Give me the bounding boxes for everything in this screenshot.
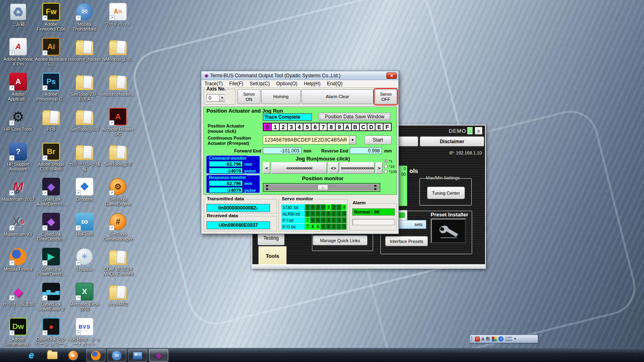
desktop-icon-resource-hacker-folder[interactable]: resource_hacker [68,37,101,72]
desktop-icon-pfb-folder[interactable]: PFB [35,107,68,142]
desktop-icon-photoshop[interactable]: PsAdobe Photoshop C... [35,72,68,107]
chevron-down-icon[interactable]: ▼ [219,95,225,101]
menu-help[interactable]: Help(H) [301,81,324,86]
desktop-icon-hp-cool-tools[interactable]: HP Cool Tools [2,107,35,142]
chevron-down-icon[interactable]: ▼ [514,337,517,341]
tuning-center-button[interactable]: Tuning Center [427,187,465,199]
jog-run-left-button[interactable]: <<<<<<<<<<<< [271,162,327,174]
hex-cell-7[interactable]: 7 [319,123,327,131]
demo-close-button[interactable]: x [475,127,482,134]
jog-run-right-button[interactable]: >>>>>>>>>>>>>>> [340,162,375,174]
jog-stop-button[interactable]: <> [328,162,339,174]
taskbar-explorer-button[interactable] [43,349,62,362]
hex-cell-5[interactable]: 5 [303,123,311,131]
menu-file[interactable]: File(F) [226,81,247,86]
hex-cell-2[interactable]: 2 [279,123,287,131]
desktop-icon-wordpad[interactable]: A≡ワードパッド [101,2,134,37]
hex-cell-A[interactable]: A [343,123,351,131]
tools-tab-button[interactable]: Tools [258,246,287,265]
desktop-icon-illustrator[interactable]: AiAdobe Illustrator C... [35,37,68,72]
desktop-icon-mastercam-x9[interactable]: X9Mastercam X9 [2,212,35,247]
desktop-icon-waveeditor[interactable]: ▄▆▃▅CyberLink WaveEditor 2 [35,282,68,317]
taskbar-ie-button[interactable]: e [22,349,41,362]
hex-cell-C[interactable]: C [359,123,367,131]
hex-cell-B[interactable]: B [351,123,359,131]
hex-cell-D[interactable]: D [367,123,375,131]
desktop-icon-lhaplus[interactable]: ✳Lhaplus [68,247,101,282]
drag-handle-icon[interactable] [471,336,473,341]
desktop-icon-gamemanager[interactable]: #SimTools GameManager [101,212,134,247]
desktop-icon-pctool452-folder[interactable]: pctool452 [101,282,134,317]
ime-language-bar[interactable]: A 般 ? CAPSKANA ▼ [470,335,538,343]
help-icon[interactable]: ? [498,336,504,341]
desktop-icon-powerdirector[interactable]: ▶CyberLink PowerDirect... [35,247,68,282]
desktop-icon-coloring-info-folder[interactable]: カラーリング情報 [68,142,101,177]
jog-step-left-button[interactable]: < [263,162,270,174]
desktop-icon-simtools-eula-folder[interactable]: SimTools 2.0 - EULA [68,72,101,107]
servo-off-button[interactable]: Servo OFF [375,89,397,104]
ime-conversion-mode[interactable]: 般 [486,336,490,342]
ime-input-mode[interactable]: A [481,337,484,341]
interface-presets-button[interactable]: Interface Presets [385,236,428,246]
hex-cell-F[interactable]: F [383,123,392,131]
disclaimer-button[interactable]: Disclaimer [420,136,484,146]
alarm-clear-button[interactable]: Alarm Clear [301,89,374,104]
hex-cell-0[interactable]: 0 [263,123,271,131]
desktop-icon-dropbox[interactable]: ❖Dropbox [68,177,101,212]
hex-cell-8[interactable]: 8 [327,123,335,131]
desktop-icon-firefox[interactable]: Mozilla Firefox [2,247,35,282]
jog-multiplier-x1-radio[interactable]: *1 [384,159,392,163]
desktop-icon-nmodbus-folder[interactable]: NModbus_1.9... [101,37,134,72]
desktop-icon-hp-support[interactable]: ?HP Support Assistant [2,142,35,177]
desktop-icon-recycle-bin[interactable]: ごみ箱 [2,2,35,37]
taskbar-thunderbird-button[interactable]: ✉ [107,349,126,362]
continuous-position-combo[interactable]: 123456789ABCDEF1E2D3C4B5AR ▼ [263,136,356,144]
servo-on-button[interactable]: Servo ON [237,89,260,104]
menu-setup[interactable]: SetUp(C) [246,81,273,86]
menu-trace[interactable]: Trace(T) [201,81,226,86]
window-close-button[interactable]: ✕ [386,72,397,79]
desktop-icon-screen-recorder[interactable]: ●CyberLink スクリーン レコー... [35,317,68,352]
desktop-icon-mastercam-2017[interactable]: M2017Mastercam 2017 [2,177,35,212]
desktop-icon-reader-dc[interactable]: AAcrobat Reader DC [101,107,134,142]
termibus-title-bar[interactable]: ◆ Termi-BUS Command Output Tool (Dyadic … [201,71,398,80]
hex-cell-3[interactable]: 3 [287,123,295,131]
hex-cell-4[interactable]: 4 [295,123,303,131]
hex-cell-6[interactable]: 6 [311,123,319,131]
desktop-icon-bridge[interactable]: BrAdobe Bridge CS6 (64bit) [35,142,68,177]
chevron-down-icon[interactable]: ▼ [349,136,356,144]
taskbar-termibus-button[interactable]: ◆ [149,349,168,362]
hex-cell-1[interactable]: 1 [271,123,279,131]
desktop-icon-simtools20-folder[interactable]: SimTools_2.0 [101,142,134,177]
jog-multiplier-x100-radio[interactable]: *100 [384,169,397,174]
desktop-icon-gameengine[interactable]: ⚙SimTools GameEngine [101,177,134,212]
axis-no-select[interactable]: 0 ▼ [206,94,225,102]
hex-cell-E[interactable]: E [375,123,383,131]
desktop-icon-acrobat-x[interactable]: AAdobe Acrobat X Pro [2,37,35,72]
desktop-icon-hidflash[interactable]: ∞HidFlash [68,212,101,247]
menu-end[interactable]: End(Q) [324,81,346,86]
desktop-icon-audiodirector[interactable]: ◆CyberLink AudioDirecto... [35,177,68,212]
ime-tools-icon[interactable] [492,337,497,341]
desktop-icon-simtools-v13-folder[interactable]: SimTools_v1.3 [68,107,101,142]
desktop-icon-cdm-folder[interactable]: CDM v2.12.24 WHQL Certified [101,247,134,282]
hex-cell-9[interactable]: 9 [335,123,343,131]
position-data-save-window-button[interactable]: Position Data Save Window [318,113,391,121]
desktop-icon-fireworks[interactable]: FwAdobe Fireworks CS6 [35,2,68,37]
jog-multiplier-x10-radio[interactable]: *10 [384,164,394,169]
homing-button[interactable]: Homing [261,89,301,104]
manage-quick-links-button[interactable]: Manage Quick Links [313,235,367,245]
start-button[interactable]: Start [364,136,392,144]
desktop-icon-resourcehacker-folder[interactable]: resourcehacke... [101,72,134,107]
taskbar-wmp-button[interactable]: ▶ [64,349,83,362]
desktop-icon-excel[interactable]: XMicrosoft Excel 2010 [68,282,101,317]
ime-brush-icon[interactable] [475,337,480,341]
desktop-icon-quickbms[interactable]: BVSquickbms - ショートカット [68,317,101,352]
desktop-icon-sekkei-club[interactable]: せっけい倶楽部 [2,282,35,317]
desktop-icon-dreamweaver[interactable]: DwAdobe Dreamweav... [2,317,35,352]
taskbar-firefox-button[interactable] [86,349,105,362]
jog-step-right-button[interactable]: > [376,162,383,174]
desktop-icon-colordirector[interactable]: ◆CyberLink ColorDirecto... [35,212,68,247]
desktop-icon-thunderbird[interactable]: ✉Mozilla Thunderbird [68,2,101,37]
taskbar-display-tool-button[interactable] [128,349,147,362]
